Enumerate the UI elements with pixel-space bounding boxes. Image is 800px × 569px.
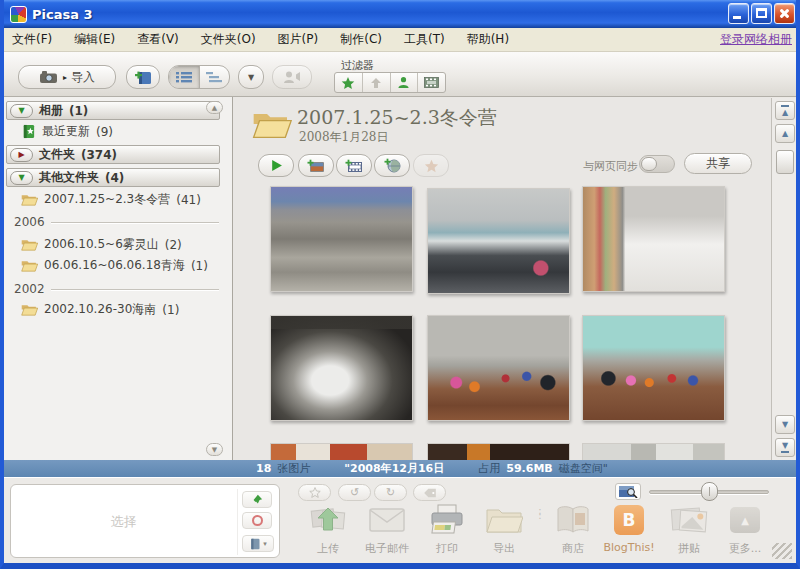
close-button[interactable]: [774, 3, 795, 24]
add-album-button[interactable]: [126, 65, 160, 89]
sidebar-item-folder-hainan[interactable]: 2002.10.26-30海南 (1): [21, 301, 179, 318]
expand-folders-icon[interactable]: ▶: [10, 148, 33, 162]
share-button[interactable]: 共享: [684, 153, 752, 174]
collapse-other-folders-icon[interactable]: ▼: [10, 171, 33, 185]
year-rule: [51, 222, 219, 223]
flat-view-button[interactable]: [169, 66, 199, 88]
sidebar-scroll-up-button[interactable]: ▲: [206, 101, 223, 114]
scrollbar-thumb[interactable]: [776, 150, 794, 174]
scroll-up-button[interactable]: ▲: [775, 124, 795, 143]
photo-thumbnail-5[interactable]: [427, 315, 570, 421]
star-button[interactable]: [298, 484, 331, 501]
photo-thumbnail-2[interactable]: [427, 188, 570, 294]
filter-starred-button[interactable]: [335, 73, 362, 92]
clear-selection-button[interactable]: [242, 512, 272, 529]
import-button[interactable]: ▸ 导入: [18, 65, 116, 89]
sidebar-item-folder-qinghai[interactable]: 06.06.16~06.06.18青海 (1): [21, 257, 208, 274]
folder-label: 06.06.16~06.06.18青海: [44, 257, 185, 274]
hold-selection-button[interactable]: [242, 491, 272, 508]
scroll-down-button[interactable]: ▼: [775, 415, 795, 434]
tree-view-button[interactable]: [199, 66, 230, 88]
email-button[interactable]: 电子邮件: [358, 502, 416, 556]
albums-header-label: 相册: [39, 102, 63, 119]
photo-thumbnail-3[interactable]: [582, 186, 725, 292]
print-button[interactable]: 打印: [418, 502, 476, 556]
collapse-albums-icon[interactable]: ▼: [10, 104, 33, 118]
tree-view-icon: [206, 71, 222, 83]
web-albums-login-link[interactable]: 登录网络相册: [720, 31, 792, 48]
web-sync-toggle[interactable]: [639, 155, 675, 173]
folder-date: 2008年1月28日: [299, 129, 388, 146]
folders-section-header[interactable]: ▶ 文件夹 (374): [6, 145, 220, 164]
year-separator-2006: 2006: [14, 215, 219, 229]
photo-thumbnail-9[interactable]: [582, 443, 725, 460]
add-to-album-button[interactable]: ▾: [242, 535, 274, 552]
scroll-to-top-button[interactable]: ▲: [775, 101, 795, 120]
photo-thumbnail-8[interactable]: [427, 443, 570, 460]
shop-button[interactable]: 商店: [544, 502, 602, 556]
thumbnail-zoom-slider-knob[interactable]: [701, 482, 718, 501]
sidebar-item-folder-wulingshan[interactable]: 2006.10.5~6雾灵山 (2): [21, 236, 182, 253]
picasa-window: Picasa 3 文件(F) 编辑(E) 查看(V) 文件夹(O) 图片(P) …: [0, 0, 800, 569]
filter-movies-button[interactable]: [417, 73, 445, 92]
zoom-photo-icon: [618, 485, 638, 498]
disk-space-label: 磁盘空间": [559, 461, 608, 476]
rotate-cw-icon: ↻: [386, 486, 395, 499]
photo-thumbnail-4[interactable]: [270, 315, 413, 421]
arrow-up-icon: ▲: [212, 104, 217, 112]
blogthis-button[interactable]: B BlogThis!: [600, 502, 658, 554]
folder-title[interactable]: 2007.1.25~2.3冬令营: [297, 105, 497, 131]
tray-buttons-column: ▾: [237, 489, 275, 555]
menu-create[interactable]: 制作(C): [340, 31, 382, 48]
blogger-b: B: [623, 510, 636, 530]
filter-faces-button[interactable]: [390, 73, 418, 92]
minimize-button[interactable]: [728, 3, 749, 24]
add-web-button[interactable]: [374, 154, 410, 177]
rotate-right-button[interactable]: ↻: [374, 484, 407, 501]
sidebar-scroll-down-button[interactable]: ▼: [206, 443, 223, 456]
menu-file[interactable]: 文件(F): [12, 31, 52, 48]
photo-thumbnail-6[interactable]: [582, 315, 725, 421]
folder-icon: [21, 193, 38, 206]
menu-folder[interactable]: 文件夹(O): [201, 31, 256, 48]
photo-thumbnail-1[interactable]: [270, 186, 413, 292]
sidebar-item-recent[interactable]: 最近更新 (9): [21, 123, 113, 140]
selection-tray[interactable]: 选择 ▾: [10, 484, 280, 558]
content-scrollbar[interactable]: ▲ ▲ ▼ ▼: [771, 98, 797, 460]
menu-edit[interactable]: 编辑(E): [74, 31, 115, 48]
filter-uploaded-button[interactable]: [362, 73, 390, 92]
tag-button[interactable]: [413, 484, 446, 501]
collage-button[interactable]: 拼贴: [660, 502, 718, 556]
chevron-down-icon: ▼: [248, 73, 254, 82]
add-photos-button[interactable]: [298, 154, 334, 177]
resize-grip[interactable]: [772, 543, 792, 559]
collage-label: 拼贴: [678, 542, 700, 555]
upload-button[interactable]: 上传: [299, 502, 357, 556]
menu-view[interactable]: 查看(V): [137, 31, 179, 48]
thumbnail-size-button[interactable]: [615, 483, 641, 500]
people-view-button[interactable]: [272, 65, 312, 89]
more-button[interactable]: ▲ 更多...: [716, 502, 774, 556]
lightbox-content: 2007.1.25~2.3冬令营 2008年1月28日 与网页同步 共享: [233, 97, 771, 460]
sidebar: ▼ 相册 (1) ▲ 最近更新 (9) ▶ 文件夹 (374) ▼ 其他文件夹 …: [4, 97, 233, 460]
export-button[interactable]: 导出: [475, 502, 533, 556]
rotate-left-button[interactable]: ↺: [338, 484, 371, 501]
slideshow-button[interactable]: [258, 154, 294, 177]
photo-thumbnail-7[interactable]: [270, 443, 413, 460]
maximize-icon: [756, 8, 767, 18]
add-movie-button[interactable]: [336, 154, 372, 177]
menu-help[interactable]: 帮助(H): [467, 31, 509, 48]
menu-picture[interactable]: 图片(P): [278, 31, 319, 48]
folder-icon: [21, 303, 38, 316]
scroll-to-bottom-button[interactable]: ▼: [775, 438, 795, 457]
maximize-button[interactable]: [751, 3, 772, 24]
other-folders-section-header[interactable]: ▼ 其他文件夹 (4): [6, 168, 220, 187]
sidebar-item-folder-2007[interactable]: 2007.1.25~2.3冬令营 (41): [21, 191, 201, 208]
title-bar[interactable]: Picasa 3: [0, 0, 800, 28]
print-label: 打印: [436, 542, 458, 555]
albums-section-header[interactable]: ▼ 相册 (1): [6, 101, 220, 120]
view-options-dropdown[interactable]: ▼: [238, 65, 264, 89]
star-photo-button[interactable]: [413, 154, 449, 177]
menu-tools[interactable]: 工具(T): [404, 31, 445, 48]
photo-count: 18: [256, 462, 271, 475]
